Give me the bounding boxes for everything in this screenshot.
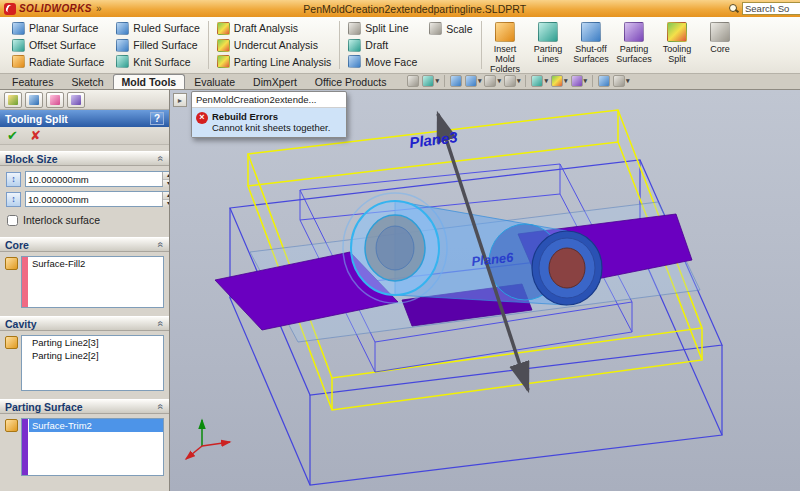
spin-down-icon[interactable]: ▾ [163, 200, 170, 207]
filled-surface-button[interactable]: Filled Surface [112, 37, 204, 54]
block-size-section-header[interactable]: Block Size « [0, 151, 169, 166]
view-toolbar: ▾ ▾ ▾ ▾ ▾ ▾ ▾ ▾ [407, 74, 629, 89]
pen-core-circle [549, 248, 585, 288]
collapse-chevron-icon: « [156, 156, 167, 162]
menu-overflow-chevron-icon[interactable]: » [96, 3, 102, 14]
parting-surface-selection-box[interactable]: Surface-Trim2 [21, 418, 164, 476]
core-section-header[interactable]: Core « [0, 237, 169, 252]
pen-model[interactable] [343, 193, 602, 305]
insert-mold-folders-button[interactable]: Insert Mold Folders [484, 19, 527, 71]
graphics-viewport[interactable]: ► PenMoldCreation2extende... × Rebuild E… [170, 90, 800, 491]
split-line-button[interactable]: Split Line [344, 20, 421, 37]
featuremanager-flyout-toggle[interactable]: ► [173, 93, 187, 107]
search-icon[interactable] [728, 3, 739, 14]
tab-mold-tools[interactable]: Mold Tools [113, 74, 186, 89]
core-selection-box[interactable]: Surface-Fill2 [21, 256, 164, 308]
cavity-selection-box[interactable]: Parting Line2[3] Parting Line2[2] [21, 335, 164, 391]
draft-analysis-button[interactable]: Draft Analysis [213, 20, 335, 37]
surface-body-icon [5, 336, 18, 349]
tooling-split-button[interactable]: Tooling Split [656, 19, 699, 71]
offset-surface-button[interactable]: Offset Surface [8, 37, 108, 54]
parting-lines-button[interactable]: Parting Lines [527, 19, 570, 71]
plane3-label[interactable]: Plane3 [408, 128, 459, 151]
parting-line-analysis-button[interactable]: Parting Line Analysis [213, 53, 335, 70]
depth-direction1-input[interactable] [26, 172, 162, 186]
block-size-body: ↕ ▴▾ ↕ ▴▾ Interlock surface [0, 166, 169, 231]
parting-lines-icon [538, 22, 558, 42]
collapse-chevron-icon: « [156, 321, 167, 327]
surface-body-icon [5, 257, 18, 270]
spinner-buttons: ▴▾ [162, 192, 170, 206]
select-tool-icon[interactable] [407, 75, 419, 87]
zoom-area-icon[interactable]: ▾ [465, 75, 482, 87]
radiate-surface-button[interactable]: Radiate Surface [8, 53, 108, 70]
core-button[interactable]: Core [699, 19, 742, 71]
model-view[interactable]: Plane3 Plane6 [170, 90, 800, 491]
core-icon [710, 22, 730, 42]
parting-surface-title: Parting Surface [5, 401, 83, 413]
list-item-selected[interactable]: Surface-Trim2 [29, 419, 163, 432]
tab-evaluate[interactable]: Evaluate [185, 74, 244, 89]
ribbon-divider [481, 21, 482, 69]
camera-icon[interactable]: ▾ [613, 75, 630, 87]
ribbon-divider [339, 21, 340, 69]
mold-tools-ribbon: Planar Surface Offset Surface Radiate Su… [0, 17, 800, 74]
tab-office-products[interactable]: Office Products [306, 74, 396, 89]
undercut-analysis-button[interactable]: Undercut Analysis [213, 37, 335, 54]
draft-button[interactable]: Draft [344, 37, 421, 54]
scene-icon[interactable]: ▾ [571, 75, 588, 87]
origin-triad [186, 420, 230, 459]
error-title: Rebuild Errors [212, 111, 330, 122]
propertymanager-title: Tooling Split [5, 113, 68, 125]
depth-direction2-input[interactable] [26, 192, 162, 206]
knit-surface-button[interactable]: Knit Surface [112, 53, 204, 70]
ok-button[interactable]: ✔ [7, 128, 18, 143]
rebuild-error-callout: PenMoldCreation2extende... × Rebuild Err… [191, 91, 347, 138]
cancel-button[interactable]: ✘ [30, 128, 41, 143]
parting-surfaces-icon [624, 22, 644, 42]
shut-off-surfaces-icon [581, 22, 601, 42]
propertymanager-actions: ✔ ✘ [0, 127, 169, 145]
search-input[interactable] [742, 2, 800, 15]
hide-show-items-icon[interactable]: ▾ [531, 75, 548, 87]
depth-direction2-icon: ↕ [6, 192, 21, 207]
parting-surfaces-button[interactable]: Parting Surfaces [613, 19, 656, 71]
tab-sketch[interactable]: Sketch [62, 74, 112, 89]
list-item[interactable]: Parting Line2[3] [29, 336, 163, 349]
callout-body: × Rebuild Errors Cannot knit sheets toge… [192, 108, 346, 137]
list-item[interactable]: Parting Line2[2] [29, 349, 163, 362]
list-item[interactable]: Surface-Fill2 [29, 257, 163, 270]
shut-off-surfaces-button[interactable]: Shut-off Surfaces [570, 19, 613, 71]
manager-pane-tabs [0, 90, 169, 110]
rebuild-tool-icon[interactable]: ▾ [422, 75, 439, 87]
solidworks-logo: SOLIDWORKS [2, 3, 92, 15]
interlock-surface-checkbox[interactable] [7, 215, 18, 226]
tab-features[interactable]: Features [3, 74, 62, 89]
ribbon-mold-group: Insert Mold Folders Parting Lines Shut-o… [484, 19, 742, 71]
tab-dimxpert[interactable]: DimXpert [244, 74, 306, 89]
toolbar-separator [592, 75, 593, 87]
planar-surface-button[interactable]: Planar Surface [8, 20, 108, 37]
title-bar: SOLIDWORKS » PenMoldCreation2extendedpar… [0, 0, 800, 17]
section-view-icon[interactable] [598, 75, 610, 87]
spin-down-icon[interactable]: ▾ [163, 180, 170, 187]
ribbon-divider [208, 21, 209, 69]
cavity-section-header[interactable]: Cavity « [0, 316, 169, 331]
depth-direction2-stepper: ▴▾ [25, 191, 170, 207]
core-title: Core [5, 239, 29, 251]
display-style-icon[interactable]: ▾ [504, 75, 521, 87]
help-icon[interactable]: ? [150, 112, 164, 125]
appearance-icon[interactable]: ▾ [551, 75, 568, 87]
dimxpertmanager-tab[interactable] [67, 92, 85, 108]
spin-up-icon[interactable]: ▴ [163, 192, 170, 200]
spin-up-icon[interactable]: ▴ [163, 172, 170, 180]
ruled-surface-button[interactable]: Ruled Surface [112, 20, 204, 37]
featuremanager-tab[interactable] [4, 92, 22, 108]
parting-surface-section-header[interactable]: Parting Surface « [0, 399, 169, 414]
view-orientation-icon[interactable]: ▾ [484, 75, 501, 87]
move-face-button[interactable]: Move Face [344, 53, 421, 70]
propertymanager-tab[interactable] [25, 92, 43, 108]
zoom-fit-icon[interactable] [450, 75, 462, 87]
configurationmanager-tab[interactable] [46, 92, 64, 108]
scale-button[interactable]: Scale [425, 20, 476, 37]
